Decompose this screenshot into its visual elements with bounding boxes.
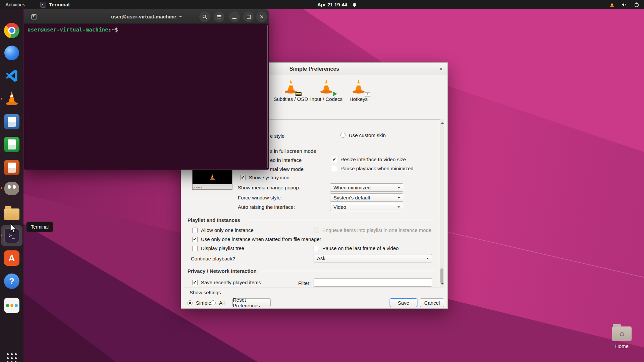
use-custom-skin-label: Use custom skin bbox=[349, 132, 386, 138]
filter-label: Filter: bbox=[298, 280, 311, 286]
power-icon[interactable] bbox=[634, 2, 639, 7]
dock-item-calc[interactable] bbox=[2, 135, 21, 154]
files-icon bbox=[4, 208, 19, 220]
privacy-section-title: Privacy / Network Interaction bbox=[187, 268, 257, 274]
mouse-cursor bbox=[10, 223, 18, 235]
window-style-select[interactable]: System's default bbox=[330, 193, 403, 202]
terminal-scrollbar[interactable] bbox=[267, 25, 268, 168]
show-systray-checkbox[interactable] bbox=[240, 175, 246, 180]
home-folder-label: Home bbox=[609, 343, 635, 349]
search-icon[interactable] bbox=[199, 11, 210, 22]
dock-item-help[interactable]: ? bbox=[2, 272, 21, 291]
allow-one-instance-label: Allow only one instance bbox=[201, 227, 254, 233]
auto-raise-value: Video bbox=[333, 204, 346, 210]
hotkeys-icon: A bbox=[338, 78, 379, 95]
use-custom-skin-radio[interactable] bbox=[340, 133, 345, 138]
use-custom-skin-option[interactable]: Use custom skin bbox=[340, 132, 386, 138]
pause-minimized-option[interactable]: Pause playback when minimized bbox=[332, 166, 414, 171]
show-settings-simple-option[interactable]: Simple bbox=[187, 300, 211, 306]
terminal-app-icon: >_ bbox=[40, 2, 46, 8]
desktop-home-icon[interactable]: ⌂ Home bbox=[609, 326, 635, 349]
dialog-scrollbar[interactable] bbox=[440, 119, 444, 288]
media-popup-select[interactable]: When minimized bbox=[330, 183, 403, 192]
all-radio-label: All bbox=[219, 300, 225, 306]
display-playlist-tree-option[interactable]: Display playlist tree bbox=[192, 245, 244, 251]
resize-interface-label: Resize interface to video size bbox=[340, 157, 406, 162]
gnome-top-bar: Activities >_ Terminal Apr 21 19:44 bbox=[0, 0, 644, 9]
libreoffice-impress-icon bbox=[4, 160, 19, 175]
filter-input[interactable] bbox=[314, 278, 432, 287]
pause-last-frame-option[interactable]: Pause on the last frame of a video bbox=[314, 245, 399, 251]
dock-item-browser[interactable] bbox=[2, 44, 21, 62]
minimize-icon[interactable] bbox=[229, 11, 240, 22]
system-tray[interactable] bbox=[609, 0, 639, 9]
vscode-icon bbox=[4, 68, 19, 83]
media-popup-value: When minimized bbox=[333, 185, 371, 190]
vlc-preview-thumbnail bbox=[192, 170, 232, 190]
category-hotkeys[interactable]: A Hotkeys bbox=[338, 78, 379, 102]
dock-item-writer[interactable] bbox=[2, 112, 21, 131]
focused-app-menu[interactable]: >_ Terminal bbox=[40, 0, 69, 9]
continue-playback-label: Continue playback? bbox=[191, 256, 235, 261]
allow-one-instance-option[interactable]: Allow only one instance bbox=[192, 227, 254, 233]
dock-item-chrome[interactable] bbox=[2, 21, 21, 40]
volume-icon[interactable] bbox=[621, 2, 627, 7]
minimal-view-label-fragment: mal view mode bbox=[270, 166, 304, 172]
enqueue-option: Enqueue items into playlist in one insta… bbox=[314, 227, 431, 233]
save-recent-checkbox[interactable] bbox=[192, 280, 198, 285]
close-icon[interactable]: × bbox=[436, 64, 445, 73]
category-label: Hotkeys bbox=[338, 96, 379, 102]
scroll-up-icon[interactable] bbox=[441, 121, 444, 124]
reset-preferences-button[interactable]: Reset Preferences bbox=[232, 298, 271, 307]
pause-minimized-checkbox[interactable] bbox=[332, 166, 337, 171]
clock-menu[interactable]: Apr 21 19:44 bbox=[317, 0, 357, 9]
dock-item-impress[interactable] bbox=[2, 158, 21, 177]
close-icon[interactable]: × bbox=[256, 11, 267, 22]
pause-last-frame-label: Pause on the last frame of a video bbox=[322, 245, 399, 251]
dock-item-ubuntu-software[interactable]: A bbox=[2, 249, 21, 267]
scroll-down-icon[interactable] bbox=[441, 283, 444, 286]
terminal-screen[interactable]: user@user-virtual-machine:~$ bbox=[24, 24, 269, 170]
simple-radio[interactable] bbox=[187, 300, 193, 305]
category-label: Subtitles / OSD bbox=[271, 96, 311, 102]
show-systray-option[interactable]: Show systray icon bbox=[240, 175, 289, 180]
auto-raise-label: Auto raising the interface: bbox=[238, 204, 295, 210]
allow-one-instance-checkbox[interactable] bbox=[192, 228, 198, 233]
single-instance-fm-label: Use only one instance when started from … bbox=[201, 236, 321, 242]
dock-item-gimp[interactable] bbox=[2, 179, 21, 198]
native-style-label-fragment: e style bbox=[270, 133, 284, 139]
cancel-button[interactable]: Cancel bbox=[420, 298, 444, 307]
browser-sphere-icon bbox=[4, 46, 19, 60]
show-applications-button[interactable] bbox=[2, 349, 21, 362]
all-radio[interactable] bbox=[211, 300, 216, 305]
save-button[interactable]: Save bbox=[390, 298, 417, 307]
menu-icon[interactable] bbox=[214, 11, 224, 22]
show-systray-label: Show systray icon bbox=[249, 175, 289, 180]
single-instance-fm-checkbox[interactable] bbox=[192, 237, 198, 242]
single-instance-fm-option[interactable]: Use only one instance when started from … bbox=[192, 236, 321, 242]
dock-item-vscode[interactable] bbox=[2, 66, 21, 85]
category-subtitles-osd[interactable]: Subtitles / OSD bbox=[271, 78, 311, 102]
resize-interface-checkbox[interactable] bbox=[332, 157, 337, 162]
window-style-label: Force window style: bbox=[238, 195, 282, 200]
display-playlist-tree-checkbox[interactable] bbox=[192, 246, 198, 251]
pause-last-frame-checkbox[interactable] bbox=[314, 246, 319, 251]
vlc-systray-icon[interactable] bbox=[609, 2, 614, 7]
new-tab-icon[interactable] bbox=[29, 12, 39, 22]
dock-item-files[interactable] bbox=[2, 203, 21, 222]
auto-raise-select[interactable]: Video bbox=[330, 203, 403, 211]
terminal-headerbar[interactable]: user@user-virtual-machine: ~ × bbox=[24, 9, 269, 24]
resize-interface-option[interactable]: Resize interface to video size bbox=[332, 157, 406, 162]
show-settings-all-option[interactable]: All bbox=[211, 300, 225, 306]
dock-item-software-store[interactable] bbox=[2, 296, 21, 315]
continue-playback-select[interactable]: Ask bbox=[314, 254, 432, 262]
dock-item-vlc[interactable] bbox=[2, 89, 21, 108]
display-playlist-tree-label: Display playlist tree bbox=[201, 245, 244, 251]
save-recent-option[interactable]: Save recently played items bbox=[192, 280, 261, 285]
subtitles-osd-icon bbox=[271, 78, 311, 95]
activities-button[interactable]: Activities bbox=[5, 0, 25, 9]
dialog-scrollbar-thumb[interactable] bbox=[440, 268, 443, 283]
prompt-path: ~ bbox=[111, 26, 115, 33]
maximize-icon[interactable] bbox=[243, 11, 254, 22]
playlist-section-line bbox=[246, 220, 435, 220]
